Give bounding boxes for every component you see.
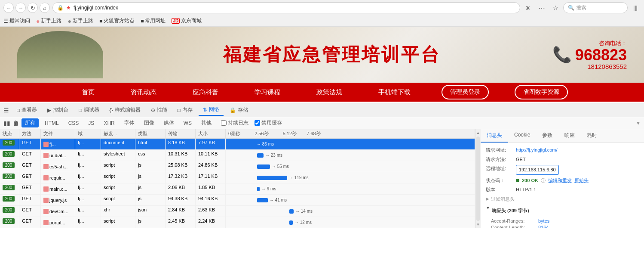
bookmark-jingdong[interactable]: JD 京东商城 (172, 17, 202, 25)
tab-debugger[interactable]: □ 调试器 (74, 105, 103, 115)
bookmark-huoli[interactable]: ■ 火狐官方站点 (99, 17, 135, 25)
home-button[interactable]: ⌂ (40, 3, 50, 13)
table-row[interactable]: 200 GET jquery.js fj... script js 94.38 … (0, 195, 475, 206)
bookmark-xinshou2[interactable]: ● 新手上路 (67, 17, 93, 25)
search-icon: 🔍 (568, 5, 574, 11)
url-text: fj.yingjigl.com/index (74, 5, 515, 11)
response-section-row: ▼ 响应头 (209 字节) (486, 205, 639, 216)
network-table: 状态 方法 文件 域 触发... 类型 传输 大小 0毫秒 2.56秒 5.12… (0, 129, 475, 228)
changyong-icon: ■ (141, 18, 144, 24)
bookmark-changyong[interactable]: ■ 常用网址 (141, 17, 166, 25)
scroll-down-icon[interactable]: ▼ (476, 223, 480, 227)
rh-accept-ranges: Accept-Ranges: bytes (491, 218, 639, 223)
scroll-up-icon[interactable]: ▲ (476, 131, 480, 135)
request-url-row: 请求网址: http://fj.yingjigl.com/ (486, 146, 639, 154)
browser-nav-buttons: ← → ↻ ⌂ (3, 3, 50, 13)
site-header: 福建省应急管理培训平台 📞 咨询电话： 968823 18120863552 (0, 27, 644, 83)
filter-js[interactable]: JS (85, 119, 98, 127)
filter-label: 过滤消息头 (491, 196, 639, 203)
search-bar[interactable]: 🔍 搜索 (563, 2, 628, 13)
filter-image[interactable]: 图像 (141, 118, 158, 127)
rh-accept-ranges-value: bytes (538, 218, 549, 223)
request-url-value: http://fj.yingjigl.com/ (516, 146, 639, 154)
memory-icon: □ (178, 107, 181, 113)
bookmark-xinshou1[interactable]: ● 新手上路 (36, 17, 61, 25)
xinshou2-label: 新手上路 (73, 17, 93, 25)
table-row[interactable]: 200 GET portal... fj... script js 2.45 K… (0, 217, 475, 228)
filter-ws[interactable]: WS (180, 119, 195, 127)
tab-style-editor[interactable]: {} 样式编辑器 (105, 105, 145, 115)
tab-inspector[interactable]: □ 查看器 (12, 105, 41, 115)
nav-policy[interactable]: 政策法规 (311, 85, 347, 100)
network-table-header: 状态 方法 文件 域 触发... 类型 传输 大小 0毫秒 2.56秒 5.12… (0, 129, 475, 139)
filter-all[interactable]: 所有 (21, 118, 39, 127)
back-button[interactable]: ← (3, 3, 14, 13)
remote-addr-value: 192.168.115.6:80 (516, 165, 559, 175)
remote-addr-label: 远程地址: (486, 165, 516, 172)
response-headers: Accept-Ranges: bytes Content-Length: 816… (486, 218, 639, 229)
star-icon[interactable]: ☆ (550, 3, 561, 13)
detail-content: 请求网址: http://fj.yingjigl.com/ 请求方法: GET … (481, 143, 644, 228)
filter-xhr[interactable]: XHR (100, 119, 118, 127)
menu-more-button[interactable]: ⋯ (537, 3, 547, 13)
tab-console[interactable]: ▶ 控制台 (43, 105, 73, 115)
nav-digital-resource[interactable]: 省图数字资源 (515, 85, 568, 99)
remote-addr-row: 远程地址: 192.168.115.6:80 (486, 165, 639, 175)
nav-news[interactable]: 资讯动态 (126, 85, 162, 100)
response-collapse-icon[interactable]: ▼ (486, 205, 490, 211)
devtools-toggle-icon[interactable]: ☰ (3, 107, 9, 114)
help-icon[interactable]: ⓘ (541, 177, 546, 184)
clear-icon[interactable]: 🗑 (13, 120, 19, 127)
filter-html[interactable]: HTML (41, 119, 62, 127)
tab-network[interactable]: ⇅ 网络 (199, 104, 224, 116)
jd-label: 京东商城 (181, 17, 202, 25)
network-scrollbar[interactable]: ▲ ▼ (475, 129, 481, 228)
detail-tab-timings[interactable]: 耗时 (581, 129, 603, 143)
status-code-row: 状态码： 200 OK ⓘ 编辑和重发 原始头 (486, 177, 639, 184)
address-bar[interactable]: 🔒 ★ fj.yingjigl.com/index (52, 2, 520, 13)
persist-log-checkbox[interactable]: 持续日志 (221, 119, 248, 127)
disable-cache-checkbox[interactable]: 禁用缓存 (255, 119, 282, 127)
filter-font[interactable]: 字体 (121, 118, 138, 127)
request-method-value: GET (516, 156, 639, 163)
detail-tab-response[interactable]: 响应 (558, 129, 581, 143)
rh-accept-ranges-name: Accept-Ranges: (491, 218, 538, 223)
nav-science[interactable]: 应急科普 (187, 85, 224, 100)
request-url-label: 请求网址: (486, 146, 516, 154)
rh-content-length: Content-Length: 8164 (491, 225, 639, 229)
tab-performance[interactable]: ⊙ 性能 (147, 105, 172, 115)
bookmarks-bar: ☰ 最常访问 ● 新手上路 ● 新手上路 ■ 火狐官方站点 ■ 常用网址 JD … (0, 16, 644, 27)
filter-media[interactable]: 媒体 (160, 118, 178, 127)
detail-tab-params[interactable]: 参数 (536, 129, 558, 143)
pause-icon[interactable]: ▮▮ (3, 120, 10, 127)
nav-admin-login[interactable]: 管理员登录 (442, 85, 489, 99)
table-row[interactable]: 200 GET es5-sh... fj... script js 25.08 … (0, 161, 475, 172)
grid-icon[interactable]: ⋇ (523, 3, 533, 13)
refresh-button[interactable]: ↻ (28, 3, 38, 13)
raw-link[interactable]: 原始头 (574, 177, 589, 184)
changyong-label: 常用网址 (145, 17, 166, 25)
request-method-label: 请求方法: (486, 156, 516, 163)
nav-home[interactable]: 首页 (77, 85, 100, 100)
tab-storage[interactable]: 🔒 存储 (225, 105, 252, 115)
table-row[interactable]: 200 GET fj... fj... document html 8.18 K… (0, 139, 475, 150)
status-code-value: 200 OK ⓘ 编辑和重发 原始头 (516, 177, 589, 184)
detail-panel: 消息头 Cookie 参数 响应 耗时 请求网址: http://fj.ying… (481, 129, 644, 228)
jd-icon: JD (172, 18, 180, 24)
tab-memory[interactable]: □ 内存 (173, 105, 197, 115)
filter-css[interactable]: CSS (65, 119, 83, 127)
detail-tab-cookie[interactable]: Cookie (508, 129, 536, 143)
phone1: 968823 (575, 47, 627, 63)
nav-mobile[interactable]: 手机端下载 (373, 85, 416, 100)
table-row[interactable]: 200 GET devCm... fj... xhr json 2.84 KB … (0, 206, 475, 217)
nav-courses[interactable]: 学习课程 (249, 85, 285, 100)
filter-other[interactable]: 其他 (198, 118, 215, 127)
table-row[interactable]: 200 GET requir... fj... script js 17.32 … (0, 172, 475, 183)
edit-resend-link[interactable]: 编辑和重发 (548, 177, 572, 184)
forward-button[interactable]: → (15, 3, 26, 13)
detail-tab-headers[interactable]: 消息头 (481, 129, 508, 143)
bookmark-zuichang[interactable]: ☰ 最常访问 (3, 17, 30, 25)
table-row[interactable]: 200 GET ui-dial... fj... stylesheet css … (0, 150, 475, 161)
table-row[interactable]: 200 GET main.c... fj... script js 2.06 K… (0, 183, 475, 195)
resize-button[interactable]: ||| (630, 3, 641, 13)
